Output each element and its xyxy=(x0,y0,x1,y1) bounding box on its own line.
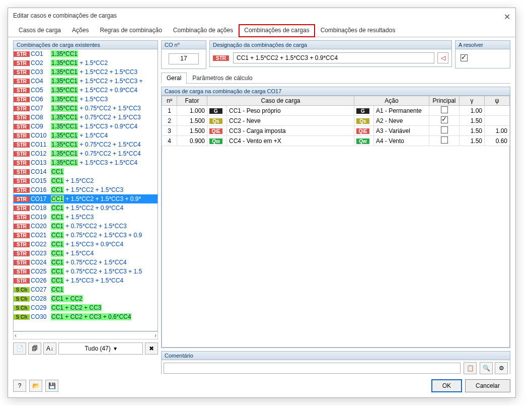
combo-name: CO11 xyxy=(31,141,51,148)
comment-header: Comentário xyxy=(161,351,510,360)
combo-row-co18[interactable]: STRCO18CC1 + 1.5*CC2 + 0.9*CC4 xyxy=(14,203,158,213)
table-row[interactable]: 31.500QiECC3 - Carga impostaQiEA3 - Vari… xyxy=(162,126,510,136)
combo-row-co14[interactable]: STRCO14CC1 xyxy=(14,167,158,176)
combo-row-co30[interactable]: S ChCO30CC1 + CC2 + CC3 + 0.6*CC4 xyxy=(14,312,158,321)
combo-row-co10[interactable]: STRCO101.35*CC1 + 1.5*CC4 xyxy=(14,131,158,140)
combo-list[interactable]: STRCO11.35*CC1STRCO21.35*CC1 + 1.5*CC2ST… xyxy=(13,49,158,331)
combo-tag: STR xyxy=(14,233,30,238)
combo-row-co13[interactable]: STRCO131.35*CC1 + 1.5*CC3 + 1.5*CC4 xyxy=(14,158,158,167)
new-button[interactable]: 📄 xyxy=(13,342,26,355)
subtab-parametros[interactable]: Parâmetros de cálculo xyxy=(187,73,258,84)
combo-tag: STR xyxy=(14,133,30,138)
designation-header: Designação da combinações de carga xyxy=(209,40,452,49)
titlebar: Editar casos e combinações de cargas ✕ xyxy=(8,8,515,24)
combo-tag: STR xyxy=(14,215,30,220)
principal-checkbox[interactable] xyxy=(441,136,448,144)
combo-tag: STR xyxy=(14,97,30,102)
designation-input[interactable] xyxy=(233,52,434,63)
principal-checkbox[interactable] xyxy=(441,116,448,123)
combo-row-co19[interactable]: STRCO19CC1 + 1.5*CC3 xyxy=(14,213,158,222)
resolve-header: A resolver xyxy=(455,40,510,49)
combo-row-co22[interactable]: STRCO22CC1 + 1.5*CC3 + 0.9*CC4 xyxy=(14,240,158,249)
combo-row-co5[interactable]: STRCO51.35*CC1 + 1.5*CC2 + 0.9*CC4 xyxy=(14,86,158,95)
combo-name: CO19 xyxy=(31,214,51,221)
combo-row-co6[interactable]: STRCO61.35*CC1 + 1.5*CC3 xyxy=(14,95,158,104)
help-button[interactable]: ? xyxy=(13,380,26,392)
tab-acoes[interactable]: Ações xyxy=(66,24,94,37)
co-number-input[interactable]: 17 xyxy=(169,53,199,64)
combo-row-co7[interactable]: STRCO71.35*CC1 + 0.75*CC2 + 1.5*CC3 xyxy=(14,104,158,113)
tab-casos-de-carga[interactable]: Casos de carga xyxy=(13,24,66,37)
combo-name: CO10 xyxy=(31,132,51,139)
sort-button[interactable]: A↓ xyxy=(43,342,56,355)
cases-in-co-header: Casos de carga na combinação de carga CO… xyxy=(161,87,510,96)
prev-nav-icon[interactable]: ◁ xyxy=(437,52,448,63)
combo-tag: STR xyxy=(14,51,30,57)
settings-button[interactable]: ⚙ xyxy=(495,362,508,374)
combo-tag: STR xyxy=(14,169,30,175)
details-button[interactable]: 🔍 xyxy=(480,362,493,374)
combo-tag: STR xyxy=(14,79,30,84)
subtab-geral[interactable]: Geral xyxy=(161,73,187,84)
combo-name: CO1 xyxy=(31,50,51,57)
combo-row-co2[interactable]: STRCO21.35*CC1 + 1.5*CC2 xyxy=(14,58,158,67)
load-cases-table[interactable]: nºFatorCaso de cargaAçãoPrincipalγψ 11.0… xyxy=(162,96,510,146)
combo-row-co26[interactable]: STRCO26CC1 + 1.5*CC3 + 1.5*CC4 xyxy=(14,276,158,285)
copy-button[interactable]: 🗐 xyxy=(28,342,41,355)
close-icon[interactable]: ✕ xyxy=(504,12,510,22)
comment-pick-button[interactable]: 📋 xyxy=(464,362,477,374)
tab-regras[interactable]: Regras de combinação xyxy=(94,24,167,37)
combo-name: CO29 xyxy=(31,304,51,311)
combo-tag: STR xyxy=(14,151,30,157)
combo-name: CO3 xyxy=(31,68,51,76)
combo-row-co28[interactable]: S ChCO28CC1 + CC2 xyxy=(14,294,158,303)
filter-dropdown[interactable]: Tudo (47)▾ xyxy=(58,342,143,355)
ok-button[interactable]: OK xyxy=(431,379,462,392)
combo-row-co3[interactable]: STRCO31.35*CC1 + 1.5*CC2 + 1.5*CC3 xyxy=(14,67,158,77)
combo-row-co9[interactable]: STRCO91.35*CC1 + 1.5*CC3 + 0.9*CC4 xyxy=(14,122,158,131)
combo-tag: STR xyxy=(14,260,30,265)
combo-row-co15[interactable]: STRCO15CC1 + 1.5*CC2 xyxy=(14,176,158,185)
combo-row-co23[interactable]: STRCO23CC1 + 1.5*CC4 xyxy=(14,249,158,258)
combo-row-co4[interactable]: STRCO41.35*CC1 + 1.5*CC2 + 1.5*CC3 + xyxy=(14,77,158,86)
horizontal-scrollbar[interactable]: ‹› xyxy=(13,331,158,339)
combo-tag: STR xyxy=(14,124,30,129)
delete-button[interactable]: ✖ xyxy=(145,342,158,355)
combo-row-co29[interactable]: S ChCO29CC1 + CC2 + CC3 xyxy=(14,303,158,312)
tab-combinacoes-cargas[interactable]: Combinações de cargas xyxy=(239,24,315,37)
table-row[interactable]: 40.900QwCC4 - Vento em +XQwA4 - Vento1.5… xyxy=(162,136,510,146)
cancel-button[interactable]: Cancelar xyxy=(465,379,510,392)
combo-row-co11[interactable]: STRCO111.35*CC1 + 0.75*CC2 + 1.5*CC4 xyxy=(14,140,158,149)
combo-row-co1[interactable]: STRCO11.35*CC1 xyxy=(14,49,158,58)
combo-row-co8[interactable]: STRCO81.35*CC1 + 0.75*CC2 + 1.5*CC3 xyxy=(14,113,158,122)
combo-row-co24[interactable]: STRCO24CC1 + 0.75*CC2 + 1.5*CC4 xyxy=(14,258,158,267)
combo-tag: STR xyxy=(14,251,30,256)
save-button[interactable]: 💾 xyxy=(45,380,58,392)
combo-name: CO21 xyxy=(31,232,51,239)
table-row[interactable]: 11.000GCC1 - Peso próprioGA1 - Permanent… xyxy=(162,106,510,116)
combo-row-co27[interactable]: S ChCO27CC1 xyxy=(14,285,158,294)
combo-row-co25[interactable]: STRCO25CC1 + 0.75*CC2 + 1.5*CC3 + 1.5 xyxy=(14,267,158,276)
open-button[interactable]: 📂 xyxy=(29,380,42,392)
combo-tag: STR xyxy=(14,224,30,229)
tab-combinacao-acoes[interactable]: Combinação de ações xyxy=(168,24,239,37)
combo-name: CO28 xyxy=(31,295,51,302)
principal-checkbox[interactable] xyxy=(441,106,448,113)
main-tabs: Casos de carga Ações Regras de combinaçã… xyxy=(8,24,515,37)
combo-tag: STR xyxy=(14,269,30,274)
combo-name: CO25 xyxy=(31,268,51,275)
combo-row-co21[interactable]: STRCO21CC1 + 0.75*CC2 + 1.5*CC3 + 0.9 xyxy=(14,231,158,240)
tab-combinacoes-resultados[interactable]: Combinações de resultados xyxy=(315,24,401,37)
principal-checkbox[interactable] xyxy=(441,126,448,133)
combo-row-co12[interactable]: STRCO121.35*CC1 + 0.75*CC2 + 1.5*CC4 xyxy=(14,149,158,158)
combo-name: CO13 xyxy=(31,159,51,166)
combo-row-co16[interactable]: STRCO16CC1 + 1.5*CC2 + 1.5*CC3 xyxy=(14,185,158,194)
combo-row-co20[interactable]: STRCO20CC1 + 0.75*CC2 + 1.5*CC3 xyxy=(14,222,158,231)
combo-row-co17[interactable]: STRCO17CC1 + 1.5*CC2 + 1.5*CC3 + 0.9* xyxy=(14,194,158,203)
resolve-checkbox[interactable] xyxy=(461,54,468,61)
comment-input[interactable] xyxy=(164,363,461,374)
combo-tag: STR xyxy=(14,142,30,148)
combo-tag: STR xyxy=(14,242,30,247)
combo-name: CO24 xyxy=(31,259,51,266)
table-row[interactable]: 21.500QsCC2 - NeveQsA2 - Neve1.50 xyxy=(162,116,510,126)
